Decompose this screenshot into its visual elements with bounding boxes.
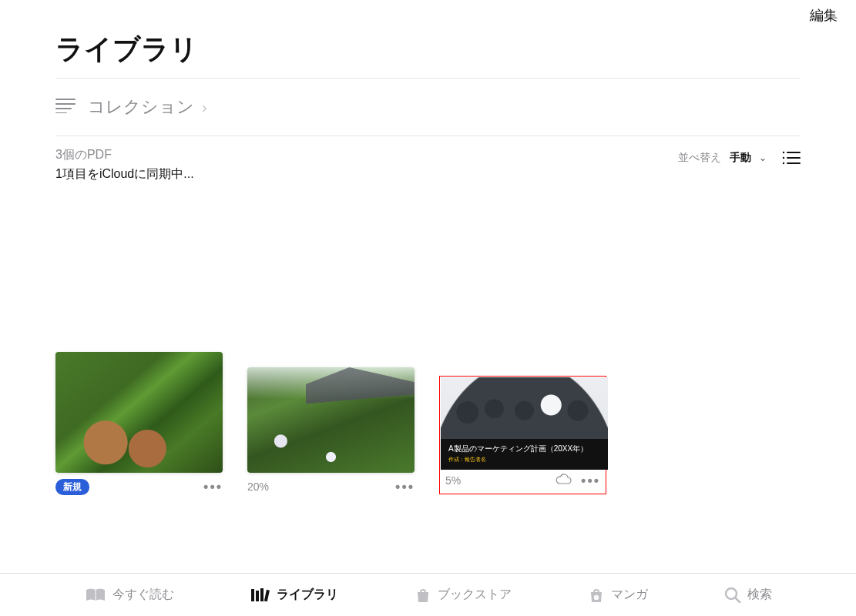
collections-label: コレクション: [88, 95, 194, 119]
progress-label: 5%: [445, 474, 461, 487]
progress-label: 20%: [247, 480, 269, 493]
library-item[interactable]: 新規 •••: [55, 352, 223, 494]
chevron-down-icon: ⌄: [759, 152, 767, 163]
divider: [55, 136, 801, 136]
sort-label: 並べ替え: [678, 151, 721, 163]
svg-rect-12: [256, 591, 259, 601]
page-title: ライブラリ: [55, 31, 801, 69]
overlay-title: A製品のマーケティング計画（20XX年）: [448, 444, 600, 454]
tab-search[interactable]: 検索: [724, 587, 772, 604]
item-thumbnail: [247, 367, 415, 473]
tab-label: 今すぐ読む: [112, 587, 174, 603]
svg-rect-13: [260, 588, 264, 601]
svg-point-8: [783, 162, 784, 163]
chevron-right-icon: ›: [202, 99, 207, 116]
items-grid: 新規 ••• 20% ••• A製品のマーケティング計画（20XX年） 作成：報…: [55, 352, 801, 494]
library-item-selected[interactable]: A製品のマーケティング計画（20XX年） 作成：報告者名 5% •••: [439, 376, 606, 494]
cloud-icon: [555, 474, 572, 487]
tab-bookstore[interactable]: ブックストア: [415, 587, 512, 604]
library-item[interactable]: 20% •••: [247, 352, 415, 494]
more-button[interactable]: •••: [395, 484, 415, 490]
svg-rect-11: [251, 589, 254, 601]
tab-library[interactable]: ライブラリ: [250, 587, 338, 603]
tab-label: ブックストア: [438, 587, 512, 603]
tab-label: マンガ: [611, 587, 648, 603]
tab-manga[interactable]: ! マンガ: [588, 587, 648, 604]
edit-button[interactable]: 編集: [810, 6, 838, 25]
sort-value: 手動: [730, 151, 751, 163]
item-count: 3個のPDF: [55, 147, 194, 163]
sort-button[interactable]: 並べ替え 手動 ⌄: [678, 150, 767, 165]
item-thumbnail: [55, 352, 223, 473]
sync-status: 1項目をiCloudに同期中...: [55, 166, 194, 182]
svg-line-18: [735, 598, 740, 602]
item-thumbnail: A製品のマーケティング計画（20XX年） 作成：報告者名: [441, 377, 608, 470]
tab-bar: 今すぐ読む ライブラリ ブックストア ! マンガ 検索: [0, 573, 856, 616]
list-view-button[interactable]: [782, 151, 801, 165]
tab-label: 検索: [747, 587, 772, 603]
divider: [55, 78, 801, 79]
menu-icon: [55, 98, 76, 116]
overlay-subtitle: 作成：報告者名: [448, 456, 600, 464]
tab-read-now[interactable]: 今すぐ読む: [85, 587, 174, 603]
more-button[interactable]: •••: [203, 484, 223, 490]
tab-label: ライブラリ: [277, 587, 338, 603]
svg-rect-14: [264, 589, 269, 601]
more-button[interactable]: •••: [581, 477, 600, 484]
svg-text:!: !: [596, 595, 596, 600]
new-badge: 新規: [55, 479, 89, 495]
svg-point-6: [783, 156, 784, 158]
svg-point-4: [783, 151, 784, 152]
collections-button[interactable]: コレクション ›: [55, 83, 801, 131]
